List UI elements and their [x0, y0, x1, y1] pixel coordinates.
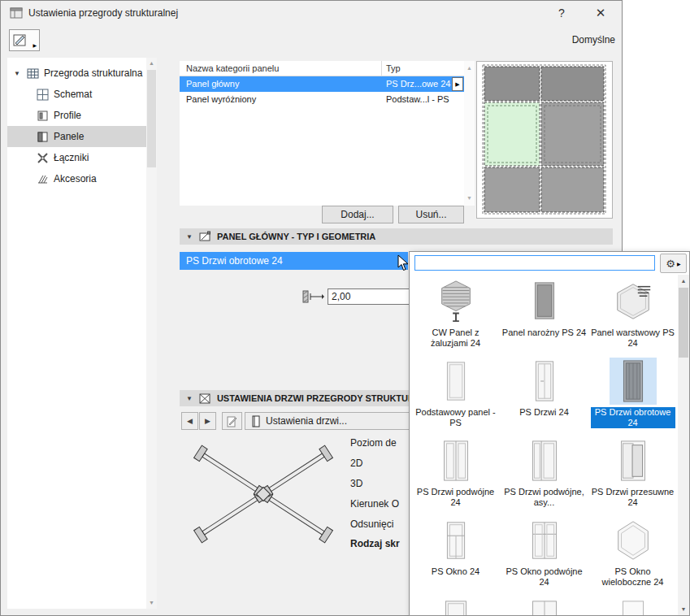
next-button[interactable]: ▶ [199, 412, 216, 430]
param-label: Poziom de [350, 437, 397, 449]
scroll-down-icon[interactable]: ▼ [146, 597, 157, 609]
panel-type-item[interactable]: CW Panel z żaluzjami 24 [411, 275, 500, 355]
favorites-button[interactable]: ▶ [9, 29, 40, 51]
panel-type-label: PS Drzwi 24 [519, 407, 569, 418]
gear-icon: ⚙ [666, 258, 675, 269]
collapse-icon[interactable]: ▼ [186, 233, 193, 241]
flyout-arrow-icon: ▶ [677, 261, 681, 267]
panel-type-label: PS Drzwi obrotowe 24 [591, 407, 675, 428]
table-scrollbar[interactable]: ▲ ▼ [464, 61, 475, 206]
default-settings-label: Domyślne [456, 34, 615, 46]
panel-type-label: CW Panel z żaluzjami 24 [414, 328, 498, 349]
tree-item-laczniki[interactable]: Łączniki [7, 147, 146, 168]
connectors-icon [37, 152, 49, 164]
door-settings-icon [199, 393, 210, 404]
param-label: Rodzaj skr [350, 538, 400, 549]
table-row-panel-glowny[interactable]: Panel główny PS Drz...owe 24 ▶ [180, 76, 464, 92]
thickness-input[interactable] [328, 288, 410, 305]
panel-type-item-partial[interactable] [588, 594, 677, 615]
param-label: Kierunek O [350, 498, 399, 510]
thickness-icon [302, 288, 324, 306]
panel-type-item[interactable]: PS Okno 24 [411, 514, 500, 594]
popup-scrollbar[interactable]: ▲ ▼ [678, 275, 689, 615]
panel-category-table: Nazwa kategorii panelu Typ Panel główny … [180, 61, 464, 206]
tree-item-profile[interactable]: Profile [7, 105, 146, 126]
scroll-down-icon[interactable]: ▼ [678, 603, 689, 615]
panel-type-dropdown[interactable]: PS Drzwi obrotowe 24 ▶ [180, 252, 408, 270]
tree-item-panele[interactable]: Panele [7, 126, 146, 147]
tree-item-akcesoria[interactable]: Akcesoria [7, 168, 146, 189]
cell-name: Panel główny [186, 79, 239, 89]
previous-button[interactable]: ◀ [181, 412, 198, 430]
tree-scrollbar[interactable]: ▲ ▼ [146, 58, 157, 609]
panel-type-item[interactable]: Podstawowy panel - PS [411, 355, 500, 435]
remove-button[interactable]: Usuń... [398, 206, 464, 223]
app-icon [10, 7, 23, 20]
tab-label: Ustawienia drzwi... [266, 415, 347, 427]
double-door-panel-icon [434, 439, 478, 483]
scroll-up-icon[interactable]: ▲ [678, 275, 689, 287]
window-panel-icon [434, 518, 478, 562]
panel-type-label: PS Okno wieloboczne 24 [591, 566, 675, 588]
edit-settings-button[interactable] [222, 412, 242, 430]
tree-root-label: Przegroda strukturalna [44, 67, 142, 79]
popup-settings-button[interactable]: ⚙ ▶ [660, 254, 687, 273]
panel-type-item[interactable]: PS Drzwi 24 [500, 355, 588, 435]
section-main-panel[interactable]: ▼ PANEL GŁÓWNY - TYP I GEOMETRIA [180, 228, 613, 245]
panel-type-label: Panel warstwowy PS 24 [591, 328, 675, 349]
tree-root-przegroda-strukturalna[interactable]: ▼ Przegroda strukturalna [7, 63, 146, 84]
add-button[interactable]: Dodaj... [322, 206, 393, 223]
panel-type-item[interactable]: PS Okno wieloboczne 24 [588, 514, 677, 594]
window-title: Ustawienia przegrody strukturalnej [28, 1, 178, 25]
door-panel-icon [523, 359, 566, 403]
panel-icon-partial [611, 598, 655, 615]
panel-type-grid: CW Panel z żaluzjami 24 Panel narożny PS… [411, 275, 678, 615]
panel-type-item[interactable]: Panel narożny PS 24 [500, 275, 588, 355]
double-window-panel-icon [523, 518, 566, 562]
screenshot-stage: Ustawienia przegrody strukturalnej ? ✕ ▶… [0, 0, 690, 616]
panel-type-item[interactable]: PS Drzwi podwójne, asy... [500, 435, 588, 514]
scroll-up-icon[interactable]: ▲ [146, 58, 157, 69]
polygonal-window-panel-icon [611, 518, 655, 562]
panel-type-item[interactable]: PS Drzwi podwójne 24 [411, 435, 500, 514]
panel-type-label: Podstawowy panel - PS [414, 407, 498, 428]
panel-type-item[interactable]: PS Okno podwójne 24 [500, 514, 588, 594]
sliding-door-panel-icon [611, 439, 655, 483]
scrollbar-thumb[interactable] [679, 288, 688, 358]
flyout-arrow-icon: ▶ [33, 43, 37, 48]
accessories-icon [37, 173, 49, 185]
help-button[interactable]: ? [544, 1, 579, 25]
column-divider [381, 61, 382, 76]
scheme-icon [37, 89, 49, 101]
collapse-icon[interactable]: ▼ [186, 395, 193, 402]
panel-type-item-selected[interactable]: PS Drzwi obrotowe 24 [588, 355, 677, 435]
mouse-cursor [397, 254, 410, 272]
tree-item-schemat[interactable]: Schemat [7, 84, 146, 105]
column-header-name: Nazwa kategorii panelu [186, 63, 279, 73]
panel-type-item[interactable]: PS Drzwi przesuwne 24 [588, 435, 677, 514]
curtain-wall-icon [27, 67, 39, 80]
scroll-down-icon[interactable]: ▼ [464, 193, 475, 204]
panel-type-icon [199, 231, 210, 242]
panel-type-item-partial[interactable] [500, 594, 588, 615]
close-button[interactable]: ✕ [583, 1, 618, 25]
tree-expand-icon[interactable]: ▼ [14, 70, 22, 77]
tree-item-label: Panele [54, 131, 84, 142]
tree-item-label: Profile [54, 110, 81, 121]
search-input[interactable] [414, 255, 655, 271]
door-icon [252, 415, 260, 427]
row-type-flyout-button[interactable]: ▶ [452, 77, 463, 91]
titlebar[interactable]: Ustawienia przegrody strukturalnej ? ✕ [1, 1, 622, 25]
panel-type-popup: ⚙ ▶ CW Panel z żaluzjami 24 Panel narożn… [409, 251, 690, 616]
basic-panel-icon [434, 359, 478, 403]
panel-type-label: PS Drzwi przesuwne 24 [591, 487, 675, 508]
panel-type-item-partial[interactable] [411, 594, 500, 615]
louvre-panel-icon [434, 280, 478, 323]
scrollbar-thumb[interactable] [147, 70, 156, 167]
panel-type-item[interactable]: Panel warstwowy PS 24 [588, 275, 677, 355]
cell-name: Panel wyróżniony [186, 94, 256, 104]
scroll-up-icon[interactable]: ▲ [464, 63, 475, 74]
revolving-door-panel-icon [611, 359, 655, 403]
panel-type-label: PS Drzwi podwójne, asy... [502, 487, 587, 508]
table-row-panel-wyrozniony[interactable]: Panel wyróżniony Podstaw...l - PS [180, 92, 464, 107]
